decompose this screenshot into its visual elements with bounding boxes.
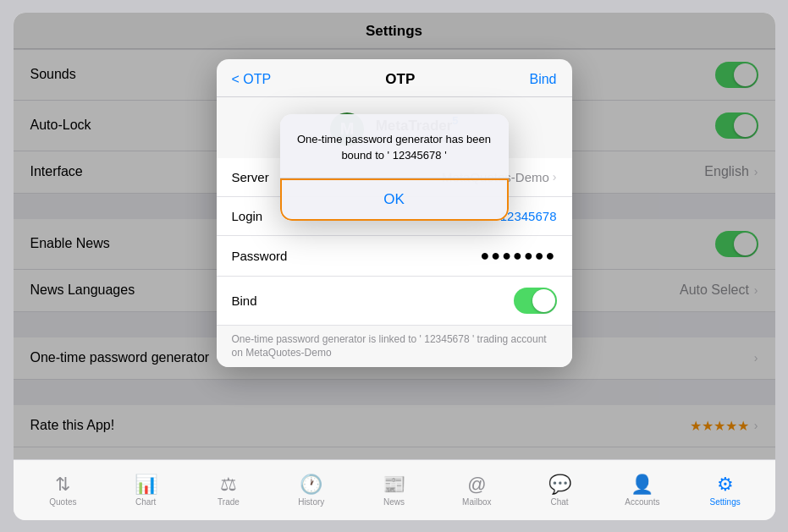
otp-modal: < OTP OTP Bind M MetaTrader5 Mobile Auth… xyxy=(217,59,572,368)
history-label: History xyxy=(298,497,324,507)
settings-label: Settings xyxy=(710,497,741,507)
quotes-label: Quotes xyxy=(49,497,76,507)
quotes-icon: ⇅ xyxy=(55,474,70,496)
tab-accounts[interactable]: 👤 Accounts xyxy=(601,474,684,507)
tab-chart[interactable]: 📊 Chart xyxy=(104,474,187,507)
tab-history[interactable]: 🕐 History xyxy=(270,474,353,507)
tab-mailbox[interactable]: @ Mailbox xyxy=(435,474,518,507)
alert-box: One-time password generator has been bou… xyxy=(280,114,509,221)
chart-icon: 📊 xyxy=(135,474,157,496)
tab-bar: ⇅ Quotes 📊 Chart ⚖ Trade 🕐 History 📰 New… xyxy=(14,459,775,520)
trade-icon: ⚖ xyxy=(220,474,237,496)
tab-quotes[interactable]: ⇅ Quotes xyxy=(22,474,105,507)
mailbox-icon: @ xyxy=(467,474,486,496)
news-label: News xyxy=(383,497,405,507)
alert-message: One-time password generator has been bou… xyxy=(294,131,495,164)
chat-icon: 💬 xyxy=(548,474,571,496)
alert-overlay: One-time password generator has been bou… xyxy=(217,59,572,368)
modal-overlay: < OTP OTP Bind M MetaTrader5 Mobile Auth… xyxy=(14,13,775,459)
app-container: Settings Sounds Auto-Lock Interface Engl… xyxy=(14,13,775,520)
trade-label: Trade xyxy=(218,497,240,507)
tab-trade[interactable]: ⚖ Trade xyxy=(187,474,270,507)
tab-chat[interactable]: 💬 Chat xyxy=(518,474,601,507)
history-icon: 🕐 xyxy=(300,474,322,496)
tab-settings[interactable]: ⚙ Settings xyxy=(684,474,767,507)
chart-label: Chart xyxy=(135,497,156,507)
alert-ok-button[interactable]: OK xyxy=(280,178,509,221)
tab-news[interactable]: 📰 News xyxy=(353,474,436,507)
settings-icon: ⚙ xyxy=(717,474,734,496)
accounts-icon: 👤 xyxy=(631,474,653,496)
news-icon: 📰 xyxy=(383,474,405,496)
chat-label: Chat xyxy=(551,497,569,507)
accounts-label: Accounts xyxy=(625,497,659,507)
alert-content: One-time password generator has been bou… xyxy=(280,114,509,178)
mailbox-label: Mailbox xyxy=(462,497,491,507)
